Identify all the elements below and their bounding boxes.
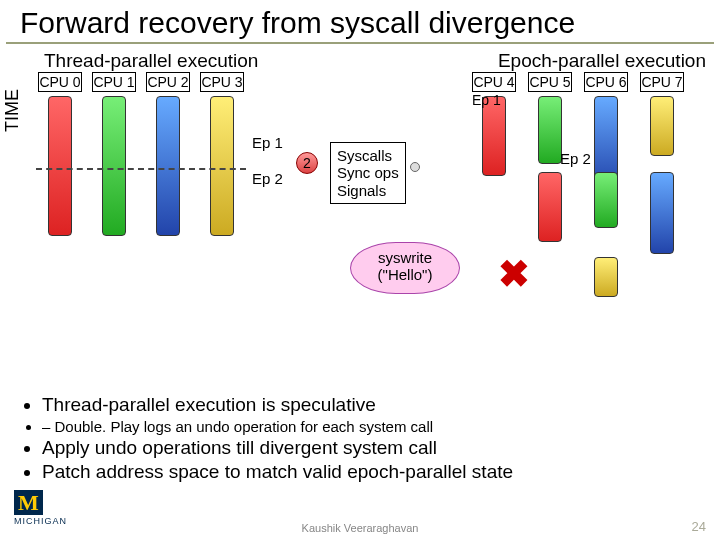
section-left: Thread-parallel execution: [44, 50, 258, 72]
footer-author: Kaushik Veeraraghavan: [0, 522, 720, 534]
bar: [650, 172, 674, 254]
bar: [156, 96, 180, 236]
bullet-1: Thread-parallel execution is speculative: [42, 394, 513, 416]
logo-m: M: [14, 490, 43, 515]
bar: [594, 257, 618, 297]
sig-l3: Signals: [337, 182, 399, 199]
bar: [102, 96, 126, 236]
cpu0: CPU 0: [38, 72, 82, 92]
cpu4: CPU 4: [472, 72, 516, 92]
cpu7: CPU 7: [640, 72, 684, 92]
cpu1: CPU 1: [92, 72, 136, 92]
syswrite-cloud: syswrite ("Hello"): [350, 242, 460, 294]
ep1r: Ep 1: [472, 92, 501, 108]
ep1-label: Ep 1: [252, 134, 283, 151]
cloud-l2: ("Hello"): [351, 266, 459, 283]
section-right: Epoch-parallel execution: [498, 50, 706, 72]
time-axis-label: TIME: [2, 89, 23, 132]
cloud-l1: syswrite: [351, 249, 459, 266]
diagram: TIME CPU 0 CPU 1 CPU 2 CPU 3 CPU 4 CPU 5…: [0, 72, 720, 352]
bullet-3: Patch address space to match valid epoch…: [42, 461, 513, 483]
cpu3: CPU 3: [200, 72, 244, 92]
event-circle: 2: [296, 152, 318, 174]
sig-l1: Syscalls: [337, 147, 399, 164]
bullet-1a: – Double. Play logs an undo operation fo…: [42, 418, 513, 435]
sig-l2: Sync ops: [337, 164, 399, 181]
bar: [210, 96, 234, 236]
cpu6: CPU 6: [584, 72, 628, 92]
ep2r-label: Ep 2: [560, 150, 591, 167]
cpu2: CPU 2: [146, 72, 190, 92]
cpu5: CPU 5: [528, 72, 572, 92]
bar: [594, 172, 618, 228]
bar: [538, 172, 562, 242]
ep2-label: Ep 2: [252, 170, 283, 187]
slide-title: Forward recovery from syscall divergence: [6, 0, 714, 44]
bar: [650, 96, 674, 156]
michigan-logo: M MICHIGAN: [14, 490, 67, 526]
cross-icon: ✖: [498, 252, 530, 296]
epoch-divider: [36, 168, 246, 170]
bar: [48, 96, 72, 236]
bar: [482, 96, 506, 176]
section-labels: Thread-parallel execution Epoch-parallel…: [0, 50, 720, 72]
signals-box: Syscalls Sync ops Signals: [330, 142, 406, 204]
page-number: 24: [692, 519, 706, 534]
bullet-2: Apply undo operations till divergent sys…: [42, 437, 513, 459]
dot-icon: [410, 162, 420, 172]
bullet-list: Thread-parallel execution is speculative…: [24, 394, 513, 485]
bar: [538, 96, 562, 164]
